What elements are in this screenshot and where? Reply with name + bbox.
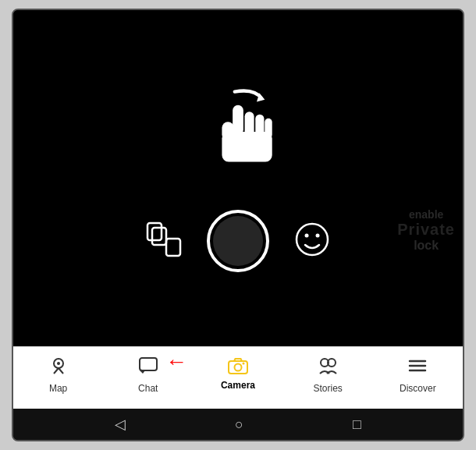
- camera-icon: [227, 355, 249, 377]
- android-back-button[interactable]: ◁: [115, 416, 126, 433]
- nav-item-stories[interactable]: Stories: [304, 355, 351, 394]
- filter-icon[interactable]: [144, 220, 183, 262]
- nav-item-chat[interactable]: Chat: [125, 355, 172, 394]
- svg-point-18: [242, 363, 244, 365]
- svg-point-14: [57, 362, 60, 365]
- svg-rect-8: [166, 239, 180, 256]
- svg-point-10: [297, 224, 328, 255]
- gesture-indicator: [195, 85, 281, 179]
- android-home-button[interactable]: ○: [235, 416, 243, 433]
- camera-controls: [144, 210, 332, 272]
- discover-label: Discover: [400, 383, 436, 394]
- chat-label: Chat: [138, 383, 158, 394]
- svg-point-17: [234, 364, 241, 371]
- svg-rect-16: [229, 361, 247, 374]
- emoji-filter-icon[interactable]: [293, 220, 332, 262]
- svg-rect-15: [140, 358, 157, 370]
- nav-item-camera[interactable]: Camera: [215, 355, 261, 391]
- map-icon: [48, 355, 69, 380]
- shutter-inner: [213, 216, 263, 266]
- discover-icon: [407, 355, 428, 380]
- camera-label: Camera: [221, 380, 255, 391]
- svg-point-11: [305, 233, 309, 237]
- camera-viewfinder: ← enable Private lock: [13, 10, 463, 346]
- red-arrow-indicator: ←: [165, 349, 187, 374]
- bottom-navigation: Map Chat Camera: [13, 346, 463, 409]
- android-recent-button[interactable]: □: [353, 416, 361, 433]
- swipe-gesture-icon: [195, 85, 281, 179]
- stories-icon: [317, 355, 339, 380]
- svg-point-12: [316, 233, 320, 237]
- svg-rect-7: [147, 223, 162, 240]
- shutter-button[interactable]: [207, 210, 269, 272]
- svg-rect-9: [152, 228, 166, 245]
- stories-label: Stories: [313, 383, 342, 394]
- phone-frame: TJ TECHJUNKIE: [12, 9, 464, 441]
- watermark: enable Private lock: [397, 208, 455, 253]
- map-label: Map: [49, 383, 67, 394]
- nav-item-map[interactable]: Map: [35, 355, 82, 394]
- svg-rect-1: [233, 105, 243, 135]
- chat-icon: [137, 355, 159, 380]
- svg-rect-6: [222, 132, 272, 162]
- nav-item-discover[interactable]: Discover: [394, 355, 441, 394]
- android-navigation-bar: ◁ ○ □: [13, 409, 463, 440]
